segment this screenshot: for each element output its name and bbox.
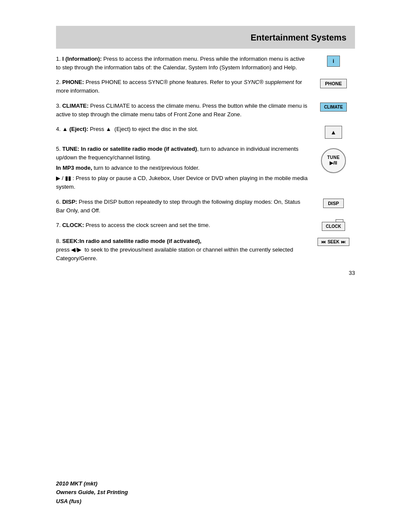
clock-button[interactable]: CLOCK [322, 222, 345, 231]
item-6-number: 6. [56, 199, 62, 205]
item-text-2: 2. PHONE: Press PHONE to access SYNC® ph… [56, 78, 312, 95]
item-5-number: 5. [56, 146, 62, 152]
climate-button[interactable]: CLIMATE [320, 103, 347, 112]
item-4-text: Press ▲ (Eject) to eject the disc in the… [88, 126, 198, 132]
footer: 2010 MKT (mkt) Owners Guide, 1st Printin… [56, 479, 128, 506]
tune-button[interactable]: TUNE ▶/II [321, 148, 346, 173]
seek-next-icon: ⏭ [341, 240, 346, 244]
seek-button[interactable]: ⏮ SEEK ⏭ [318, 238, 349, 246]
item-8-text: press ◀/▶ to seek to the previous/next a… [56, 246, 293, 261]
item-text-7: 7. CLOCK: Press to access the clock scre… [56, 221, 312, 230]
item-row-2: 2. PHONE: Press PHONE to access SYNC® ph… [56, 78, 355, 95]
item-8-number: 8. [56, 238, 62, 244]
item-5-mp3-label: In MP3 mode, [56, 165, 92, 171]
header-section: Entertainment Systems [56, 26, 355, 49]
tune-play-label: ▶/II [330, 160, 337, 166]
item-text-1: 1. I (Information): Press to access the … [56, 55, 312, 72]
information-button[interactable]: i [327, 56, 340, 67]
item-7-number: 7. [56, 222, 62, 228]
item-1-label: I (Information): [62, 56, 102, 62]
item-1-button-area: i [312, 55, 355, 67]
phone-button[interactable]: PHONE [320, 79, 346, 88]
main-content: 1. I (Information): Press to access the … [56, 49, 355, 263]
item-2-text: Press PHONE to access SYNC® phone featur… [84, 79, 244, 85]
item-2-button-area: PHONE [312, 78, 355, 88]
seek-label: SEEK [327, 240, 339, 244]
item-6-label: DISP: [62, 199, 77, 205]
disp-button[interactable]: DISP [323, 199, 344, 208]
item-5-play-pause: ▶ / ▮▮ : Press to play or pause a CD, Ju… [56, 175, 308, 190]
item-6-button-area: DISP [312, 198, 355, 208]
seek-prev-icon: ⏮ [321, 240, 326, 244]
item-row-7: 7. CLOCK: Press to access the clock scre… [56, 221, 355, 231]
item-7-text: Press to access the clock screen and set… [84, 222, 210, 228]
item-2-italic: SYNC® supplement [244, 79, 294, 85]
item-row-3: 3. CLIMATE: Press CLIMATE to access the … [56, 102, 355, 119]
eject-button[interactable]: ▲ [325, 126, 342, 139]
item-3-number: 3. [56, 103, 62, 109]
item-row-1: 1. I (Information): Press to access the … [56, 55, 355, 72]
item-row-5: 5. TUNE: In radio or satellite radio mod… [56, 145, 355, 192]
item-text-4: 4. ▲ (Eject): Press ▲ (Eject) to eject t… [56, 125, 312, 134]
item-4-button-area: ▲ [312, 125, 355, 139]
item-text-5: 5. TUNE: In radio or satellite radio mod… [56, 145, 312, 192]
header-title-bar: Entertainment Systems [56, 26, 355, 49]
item-8-label: SEEK:In radio and satellite radio mode (… [62, 238, 201, 244]
item-8-button-area: ⏮ SEEK ⏭ [312, 237, 355, 246]
item-2-label: PHONE: [62, 79, 84, 85]
item-4-number: 4. [56, 126, 62, 132]
item-2-number: 2. [56, 79, 62, 85]
item-row-4: 4. ▲ (Eject): Press ▲ (Eject) to eject t… [56, 125, 355, 139]
item-text-3: 3. CLIMATE: Press CLIMATE to access the … [56, 102, 312, 119]
item-5-button-area: TUNE ▶/II [312, 145, 355, 173]
item-4-label: ▲ (Eject): [62, 126, 88, 132]
item-3-label: CLIMATE: [62, 103, 88, 109]
item-text-6: 6. DISP: Press the DISP button repeatedl… [56, 198, 312, 215]
footer-line-2: Owners Guide, 1st Printing [56, 488, 128, 497]
footer-line-3: USA (fus) [56, 497, 128, 506]
item-row-6: 6. DISP: Press the DISP button repeatedl… [56, 198, 355, 215]
clock-button-wrapper: CLOCK [322, 222, 345, 231]
tune-label: TUNE [327, 155, 339, 160]
item-text-8: 8. SEEK:In radio and satellite radio mod… [56, 237, 312, 263]
item-row-8: 8. SEEK:In radio and satellite radio mod… [56, 237, 355, 263]
item-7-label: CLOCK: [62, 222, 84, 228]
footer-line-1: 2010 MKT (mkt) [56, 479, 128, 488]
page-title: Entertainment Systems [251, 33, 346, 42]
item-5-label: TUNE: In radio or satellite radio mode (… [62, 146, 197, 152]
item-3-button-area: CLIMATE [312, 102, 355, 112]
item-6-text: Press the DISP button repeatedly to step… [56, 199, 300, 214]
item-1-number: 1. [56, 56, 62, 62]
page-wrapper: Entertainment Systems 1. I (Information)… [0, 0, 411, 532]
item-7-button-area: CLOCK [312, 221, 355, 231]
page-number: 33 [0, 270, 355, 276]
item-5-mp3-text: turn to advance to the next/previous fol… [92, 165, 199, 171]
item-3-text: Press CLIMATE to access the climate menu… [56, 103, 307, 118]
